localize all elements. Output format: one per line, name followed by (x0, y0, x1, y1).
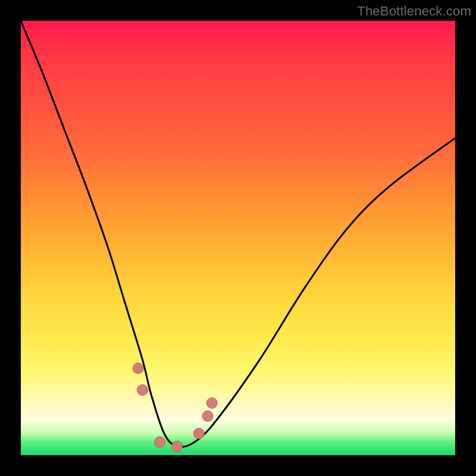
chart-frame: TheBottleneck.com (0, 0, 476, 476)
bottleneck-curve (21, 21, 455, 455)
attribution-text: TheBottleneck.com (357, 4, 471, 19)
valley-dot (137, 385, 148, 396)
valley-dot (202, 411, 213, 421)
valley-dot (155, 437, 165, 447)
valley-dot (133, 363, 143, 374)
curve-path (21, 21, 455, 447)
valley-dots (133, 363, 217, 452)
valley-dot (206, 397, 217, 408)
valley-dot (172, 441, 183, 452)
valley-dot (193, 428, 204, 439)
plot-area (21, 21, 455, 455)
